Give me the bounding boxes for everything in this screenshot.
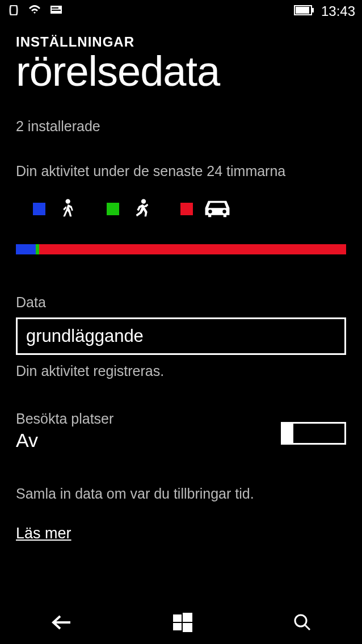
- svg-point-6: [66, 199, 70, 204]
- run-icon: [129, 196, 152, 221]
- battery-icon: [294, 5, 314, 18]
- data-level-select[interactable]: grundläggande: [16, 317, 346, 355]
- svg-point-14: [295, 615, 306, 626]
- learn-more-link[interactable]: Läs mer: [16, 525, 71, 542]
- vibrate-icon: [7, 3, 20, 19]
- activity-label: Din aktivitet under de senaste 24 timmar…: [16, 163, 346, 179]
- toggle-knob: [281, 422, 293, 445]
- message-icon: [49, 3, 64, 19]
- wifi-icon: [27, 3, 42, 19]
- places-value: Av: [16, 429, 113, 451]
- legend-run: [107, 196, 152, 221]
- svg-rect-2: [52, 10, 61, 11]
- page-title: rörelsedata: [16, 47, 346, 95]
- svg-point-7: [141, 199, 146, 204]
- activity-legend: [16, 196, 346, 221]
- svg-point-8: [208, 210, 212, 213]
- status-bar: 13:43: [0, 0, 362, 23]
- svg-rect-4: [296, 7, 309, 14]
- places-description: Samla in data om var du tillbringar tid.: [16, 486, 346, 502]
- svg-rect-11: [183, 613, 192, 622]
- legend-walk: [33, 196, 78, 221]
- svg-point-9: [222, 210, 226, 213]
- data-note: Din aktivitet registreras.: [16, 363, 346, 379]
- walk-icon: [56, 196, 78, 221]
- activity-segment-drive: [39, 244, 346, 254]
- search-button[interactable]: [293, 613, 312, 634]
- car-icon: [203, 196, 231, 221]
- activity-bar: [16, 244, 346, 254]
- clock-time: 13:43: [321, 3, 355, 19]
- svg-rect-10: [173, 614, 182, 622]
- legend-drive: [180, 196, 231, 221]
- legend-swatch-drive: [180, 203, 193, 215]
- apps-installed-count[interactable]: 2 installerade: [16, 118, 346, 135]
- legend-swatch-run: [107, 203, 119, 215]
- page-header: INSTÄLLNINGAR rörelsedata: [0, 34, 362, 95]
- svg-rect-12: [173, 623, 182, 630]
- svg-rect-5: [312, 8, 314, 12]
- data-label: Data: [16, 294, 346, 311]
- places-label: Besökta platser: [16, 411, 113, 427]
- legend-swatch-walk: [33, 203, 45, 215]
- activity-segment-walk: [16, 244, 36, 254]
- svg-rect-1: [52, 7, 58, 9]
- nav-bar: [0, 603, 362, 644]
- home-button[interactable]: [173, 613, 192, 634]
- places-toggle[interactable]: [281, 422, 346, 445]
- svg-rect-13: [183, 623, 192, 632]
- back-button[interactable]: [50, 614, 73, 633]
